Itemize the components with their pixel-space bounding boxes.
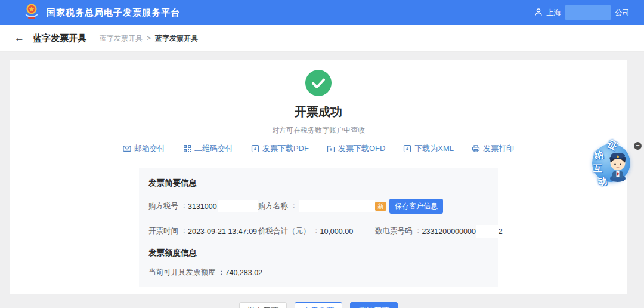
quota-section-title: 发票额度信息	[148, 248, 488, 258]
view-invoice-button[interactable]: 查看发票	[295, 302, 342, 308]
action-label: 邮箱交付	[134, 143, 165, 154]
user-suffix: 公司	[615, 8, 630, 18]
tax-officer-avatar-icon	[605, 147, 630, 184]
user-region: 上海	[546, 8, 561, 18]
invoice-no-label: 数电票号码 ：	[375, 226, 422, 236]
invoice-time-value: 2023-09-21 13:47:09	[188, 227, 257, 236]
download-xml-icon	[403, 144, 411, 153]
action-label: 二维码交付	[194, 143, 233, 154]
download-pdf-link[interactable]: 发票下载PDF	[251, 143, 309, 154]
quota-row: 当前可开具发票额度 ： 740,283.02	[148, 267, 488, 278]
redacted-tax-no	[218, 200, 258, 212]
buyer-tax-no-label: 购方税号 ：	[148, 201, 188, 211]
invoice-no-value: 2331200000000	[422, 227, 475, 236]
save-customer-button[interactable]: 保存客户信息	[389, 199, 443, 214]
app-header: 国家税务总局电子发票服务平台 上海 公司	[0, 0, 644, 25]
redacted-invoice-no	[476, 225, 499, 238]
result-title: 开票成功	[295, 104, 342, 120]
breadcrumb: 蓝字发票开具 > 蓝字发票开具	[100, 33, 198, 44]
print-invoice-link[interactable]: 发票打印	[472, 143, 514, 154]
action-label: 发票打印	[483, 143, 514, 154]
download-ofd-link[interactable]: 发票下载OFD	[327, 143, 385, 154]
action-label: 发票下载PDF	[262, 143, 309, 154]
email-delivery-link[interactable]: 邮箱交付	[123, 143, 165, 154]
invoice-time-field: 开票时间 ： 2023-09-21 13:47:09	[148, 226, 258, 236]
user-account[interactable]: 上海 公司	[534, 5, 630, 20]
continue-invoicing-button[interactable]: 继续开票	[350, 302, 398, 308]
buyer-name-field: 购方名称 ：	[258, 200, 375, 212]
breadcrumb-bar: ← 蓝字发票开具 蓝字发票开具 > 蓝字发票开具	[0, 25, 644, 52]
mascot-label-char: 互	[593, 163, 602, 174]
back-arrow-icon[interactable]: ←	[14, 32, 24, 44]
summary-row-2: 开票时间 ： 2023-09-21 13:47:09 价税合计（元） ： 10,…	[148, 225, 488, 238]
user-icon	[534, 8, 543, 18]
total-amount-value: 10,000.00	[320, 227, 353, 236]
new-badge: 新	[375, 202, 386, 211]
redacted-company-name	[565, 5, 611, 20]
buyer-tax-no-value: 3131000	[188, 202, 217, 211]
result-subtitle: 对方可在税务数字账户中查收	[272, 125, 365, 135]
summary-section-title: 发票简要信息	[148, 178, 488, 189]
brand: 国家税务总局电子发票服务平台	[23, 2, 180, 23]
breadcrumb-parent[interactable]: 蓝字发票开具	[100, 33, 143, 44]
redacted-buyer-name	[299, 200, 375, 212]
invoice-time-label: 开票时间 ：	[148, 226, 188, 236]
qrcode-delivery-link[interactable]: 二维码交付	[183, 143, 233, 154]
printer-icon	[472, 144, 480, 153]
result-card: 开票成功 对方可在税务数字账户中查收 邮箱交付	[10, 60, 627, 294]
app-title: 国家税务总局电子发票服务平台	[47, 7, 180, 19]
qrcode-icon	[183, 144, 191, 153]
breadcrumb-separator: >	[147, 34, 151, 42]
buyer-tax-no-field: 购方税号 ： 3131000	[148, 200, 258, 212]
download-pdf-icon	[251, 144, 259, 153]
tax-bureau-logo-icon	[23, 2, 41, 23]
invoice-no-field: 数电票号码 ： 2331200000000 2	[375, 225, 503, 238]
total-amount-field: 价税合计（元） ： 10,000.00	[258, 226, 375, 236]
success-check-icon	[305, 70, 332, 96]
quota-value: 740,283.02	[225, 269, 262, 277]
action-label: 发票下载OFD	[338, 143, 385, 154]
exit-invoicing-button[interactable]: 退出开票	[239, 302, 287, 308]
footer-buttons: 退出开票 查看发票 继续开票	[239, 302, 398, 308]
quota-field: 当前可开具发票额度 ： 740,283.02	[148, 267, 488, 278]
download-xml-link[interactable]: 下载为XML	[403, 143, 454, 154]
buyer-name-label: 购方名称 ：	[258, 201, 298, 211]
main-content: 开票成功 对方可在税务数字账户中查收 邮箱交付	[0, 52, 644, 294]
summary-row-1: 购方税号 ： 3131000 购方名称 ： 新 保存客户信息	[148, 199, 488, 214]
action-links: 邮箱交付 二维码交付	[123, 143, 514, 154]
page-title: 蓝字发票开具	[33, 33, 86, 44]
invoice-info-panel: 发票简要信息 购方税号 ： 3131000 购方名称 ： 新 保存客户信息	[139, 168, 498, 287]
action-label: 下载为XML	[414, 143, 454, 154]
tax-interaction-mascot[interactable]: 征 纳 互 动	[592, 139, 631, 189]
invoice-no-suffix: 2	[499, 227, 503, 236]
quota-label: 当前可开具发票额度 ：	[148, 267, 225, 278]
customer-save-group: 新 保存客户信息	[375, 199, 488, 214]
breadcrumb-current: 蓝字发票开具	[155, 33, 198, 44]
download-ofd-icon	[327, 144, 335, 153]
envelope-icon	[123, 144, 131, 153]
total-amount-label: 价税合计（元） ：	[258, 226, 320, 236]
mascot-collapse-button[interactable]: −	[634, 142, 642, 150]
